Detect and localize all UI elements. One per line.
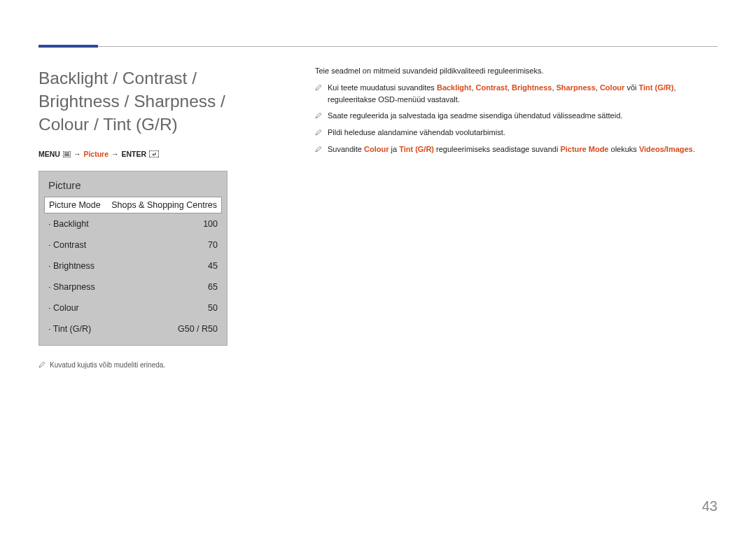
setting-row-backlight: Backlight 100 — [44, 213, 222, 234]
setting-row-sharpness: Sharpness 65 — [44, 276, 222, 297]
intro-text: Teie seadmel on mitmeid suvandeid pildik… — [315, 66, 718, 75]
panel-note-text: Kuvatud kujutis võib mudeliti erineda. — [50, 361, 165, 369]
breadcrumb-arrow: → — [74, 150, 81, 158]
setting-value: 65 — [208, 282, 218, 292]
pencil-icon — [315, 144, 322, 156]
pencil-icon — [315, 83, 322, 106]
breadcrumb: MENU → Picture → ENTER — [38, 150, 276, 158]
page-number: 43 — [702, 498, 718, 514]
picture-panel: Picture Picture Mode Shops & Shopping Ce… — [38, 171, 227, 346]
menu-icon — [63, 151, 71, 157]
setting-value: 45 — [208, 261, 218, 271]
note-text: Saate reguleerida ja salvestada iga sead… — [328, 110, 622, 122]
note-row: Saate reguleerida ja salvestada iga sead… — [315, 110, 718, 122]
note-text: Suvandite Colour ja Tint (G/R) reguleeri… — [328, 143, 695, 156]
note-row: Suvandite Colour ja Tint (G/R) reguleeri… — [315, 143, 718, 156]
breadcrumb-enter: ENTER — [122, 150, 147, 158]
note-row: Kui teete muudatusi suvandites Backlight… — [315, 82, 718, 106]
setting-row-colour: Colour 50 — [44, 297, 222, 318]
breadcrumb-picture: Picture — [83, 150, 108, 158]
setting-row-brightness: Brightness 45 — [44, 255, 222, 276]
breadcrumb-menu: MENU — [38, 150, 60, 158]
setting-label: Sharpness — [48, 282, 95, 292]
note-text: Kui teete muudatusi suvandites Backlight… — [328, 82, 718, 106]
section-title: Backlight / Contrast / Brightness / Shar… — [38, 66, 276, 136]
panel-note: Kuvatud kujutis võib mudeliti erineda. — [38, 361, 276, 370]
setting-row-tint: Tint (G/R) G50 / R50 — [44, 318, 222, 339]
setting-label: Contrast — [48, 240, 86, 250]
setting-value: G50 / R50 — [178, 324, 218, 334]
setting-value: 100 — [203, 219, 218, 229]
setting-label: Backlight — [48, 219, 89, 229]
svg-rect-4 — [149, 150, 159, 157]
picture-mode-row: Picture Mode Shops & Shopping Centres — [44, 197, 222, 213]
setting-label: Brightness — [48, 261, 94, 271]
setting-label: Tint (G/R) — [48, 324, 91, 334]
setting-label: Colour — [48, 303, 79, 313]
setting-value: 70 — [208, 240, 218, 250]
setting-value: 50 — [208, 303, 218, 313]
note-text: Pildi heleduse alandamine vähendab voolu… — [328, 127, 505, 139]
picture-mode-label: Picture Mode — [49, 200, 101, 210]
enter-icon — [149, 150, 159, 157]
pencil-icon — [315, 127, 322, 139]
note-row: Pildi heleduse alandamine vähendab voolu… — [315, 127, 718, 139]
pencil-icon — [315, 111, 322, 122]
setting-row-contrast: Contrast 70 — [44, 234, 222, 255]
picture-mode-value: Shops & Shopping Centres — [111, 200, 217, 210]
pencil-icon — [38, 361, 46, 370]
breadcrumb-arrow: → — [111, 150, 119, 158]
panel-title: Picture — [44, 176, 222, 197]
